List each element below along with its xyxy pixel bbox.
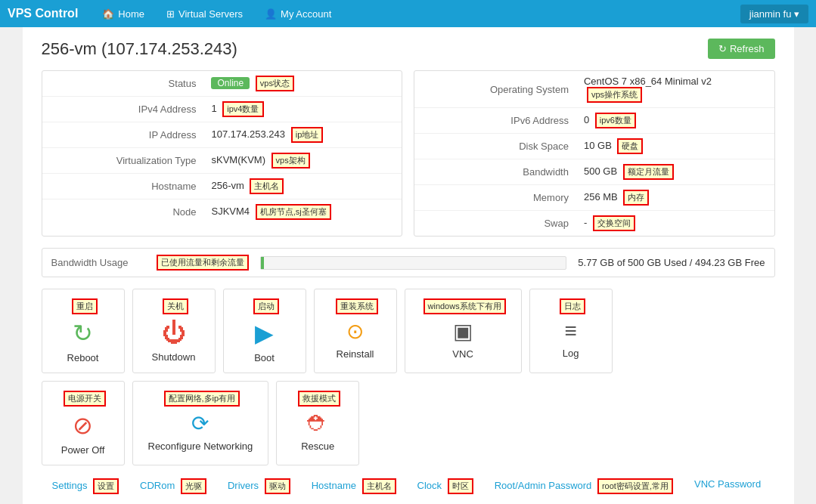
table-row: Node SJKVM4 机房节点,sj圣何塞 xyxy=(42,199,402,225)
boot-icon: ▶ xyxy=(255,319,274,348)
annotation-node: 机房节点,sj圣何塞 xyxy=(256,204,331,220)
annotation-log: 日志 xyxy=(560,298,585,314)
tab-drivers[interactable]: Drivers 驱动 xyxy=(217,473,301,501)
annotation-vnc: windows系统下有用 xyxy=(424,298,506,314)
rescue-label: Rescue xyxy=(301,441,334,452)
annotation-swap: 交换空间 xyxy=(593,215,635,231)
bandwidth-text: 5.77 GB of 500 GB Used / 494.23 GB Free xyxy=(578,257,765,268)
table-row: Virtualization Type sKVM(KVM) vps架构 xyxy=(42,148,402,174)
annotation-disk: 硬盘 xyxy=(617,138,643,154)
annotation-poweroff: 电源开关 xyxy=(64,391,106,407)
bandwidth-bar xyxy=(261,257,265,269)
reinstall-label: Reinstall xyxy=(337,348,374,360)
shutdown-button[interactable]: 关机 ⏻ Shutdown xyxy=(132,289,216,373)
nav-virtual-servers[interactable]: ⊞ Virtual Servers xyxy=(157,4,252,24)
reboot-button[interactable]: 重启 ↻ Reboot xyxy=(42,289,125,373)
annotation-tab-hostname: 主机名 xyxy=(362,478,396,494)
page-title: 256-vm (107.174.253.243) xyxy=(42,39,237,59)
log-button[interactable]: 日志 ≡ Log xyxy=(529,289,613,373)
boot-button[interactable]: 启动 ▶ Boot xyxy=(223,289,306,373)
annotation-boot: 启动 xyxy=(253,298,279,314)
table-row: Status Online vps状态 xyxy=(42,71,402,97)
tab-statistics[interactable]: Statistics xyxy=(136,499,197,504)
refresh-button[interactable]: ↻ Refresh xyxy=(708,39,774,59)
annotation-tab-root: root密码设置,常用 xyxy=(597,478,673,494)
user-menu[interactable]: jianmin fu ▾ xyxy=(740,5,808,23)
nav-home[interactable]: 🏠 Home xyxy=(93,4,154,24)
reconfig-net-icon: ⟳ xyxy=(191,411,209,436)
annotation-bandwidth-usage: 已使用流量和剩余流量 xyxy=(157,255,249,271)
reboot-label: Reboot xyxy=(67,352,99,363)
tab-clock[interactable]: Clock 时区 xyxy=(407,473,484,501)
info-panels: Status Online vps状态 IPv4 Address 1 ipv4数… xyxy=(42,70,775,237)
annotation-reinstall: 重装系统 xyxy=(336,298,378,314)
tabs-section: Settings 设置 CDRom 光驱 Drivers 驱动 Hostname… xyxy=(42,473,775,504)
bandwidth-section: Bandwidth Usage 已使用流量和剩余流量 5.77 GB of 50… xyxy=(42,248,775,277)
reinstall-icon: ⊙ xyxy=(346,319,364,344)
tabs-list: Settings 设置 CDRom 光驱 Drivers 驱动 Hostname… xyxy=(42,473,775,504)
table-row: Swap - 交换空间 xyxy=(414,211,774,237)
right-info-panel: Operating System CentOS 7 x86_64 Minimal… xyxy=(414,70,775,237)
log-icon: ≡ xyxy=(565,319,577,343)
table-row: Hostname 256-vm 主机名 xyxy=(42,174,402,199)
annotation-reconfig-net: 配置网络,多ip有用 xyxy=(164,391,240,407)
top-navigation: VPS Control 🏠 Home ⊞ Virtual Servers 👤 M… xyxy=(0,0,816,27)
reconfig-networking-button[interactable]: 配置网络,多ip有用 ⟳ Reconfigure Networking xyxy=(132,381,269,465)
annotation-tab-settings: 设置 xyxy=(93,478,119,494)
annotation-hostname: 主机名 xyxy=(250,178,284,194)
table-row: IP Address 107.174.253.243 ip地址 xyxy=(42,122,402,148)
boot-label: Boot xyxy=(254,352,275,363)
log-label: Log xyxy=(563,348,579,359)
tab-api[interactable]: API xyxy=(98,499,136,504)
reconfig-net-label: Reconfigure Networking xyxy=(148,441,253,452)
left-info-panel: Status Online vps状态 IPv4 Address 1 ipv4数… xyxy=(42,70,403,237)
tab-vnc-password[interactable]: VNC Password xyxy=(684,473,771,501)
table-row: IPv4 Address 1 ipv4数量 xyxy=(42,97,402,122)
annotation-tab-cdrom: 光驱 xyxy=(181,478,206,494)
poweroff-icon: ⊘ xyxy=(73,411,93,440)
shutdown-label: Shutdown xyxy=(152,351,196,363)
brand-logo: VPS Control xyxy=(8,7,78,20)
tab-settings[interactable]: Settings 设置 xyxy=(42,473,130,501)
annotation-bandwidth: 额定月流量 xyxy=(623,164,674,180)
tab-hostname[interactable]: Hostname 主机名 xyxy=(301,473,407,501)
status-badge: Online xyxy=(211,77,250,89)
table-row: IPv6 Address 0 ipv6数量 xyxy=(414,108,774,134)
annotation-status: vps状态 xyxy=(256,76,294,91)
annotation-ipv6: ipv6数量 xyxy=(595,113,636,128)
table-row: Bandwidth 500 GB 额定月流量 xyxy=(414,159,774,185)
table-row: Operating System CentOS 7 x86_64 Minimal… xyxy=(414,71,774,108)
annotation-virt: vps架构 xyxy=(271,153,310,169)
nav-my-account[interactable]: 👤 My Account xyxy=(256,4,340,24)
actions-row-1: 重启 ↻ Reboot 关机 ⏻ Shutdown 启动 ▶ Boot 重装系统… xyxy=(42,289,775,373)
annotation-rescue: 救援模式 xyxy=(298,391,340,407)
annotation-tab-clock: 时区 xyxy=(448,478,473,494)
actions-row-2: 电源开关 ⊘ Power Off 配置网络,多ip有用 ⟳ Reconfigur… xyxy=(42,381,775,465)
annotation-memory: 内存 xyxy=(623,190,649,206)
annotation-ip: ip地址 xyxy=(291,127,324,143)
page-header: 256-vm (107.174.253.243) ↻ Refresh xyxy=(42,39,775,59)
reinstall-button[interactable]: 重装系统 ⊙ Reinstall xyxy=(314,289,397,373)
vnc-button[interactable]: windows系统下有用 ▣ VNC xyxy=(405,289,522,373)
tab-root-password[interactable]: Root/Admin Password root密码设置,常用 xyxy=(484,473,684,501)
shutdown-icon: ⏻ xyxy=(162,319,186,347)
rescue-button[interactable]: 救援模式 ⛑ Rescue xyxy=(276,381,359,465)
table-row: Memory 256 MB 内存 xyxy=(414,185,774,211)
vnc-label: VNC xyxy=(452,348,473,360)
reboot-icon: ↻ xyxy=(73,319,93,348)
annotation-shutdown: 关机 xyxy=(163,298,188,314)
bandwidth-label: Bandwidth Usage xyxy=(51,257,142,268)
annotation-tab-drivers: 驱动 xyxy=(265,478,290,494)
bandwidth-bar-container xyxy=(260,256,567,270)
annotation-ipv4: ipv4数量 xyxy=(222,101,263,117)
vnc-icon: ▣ xyxy=(453,319,473,344)
annotation-reboot: 重启 xyxy=(72,298,98,314)
annotation-os: vps操作系统 xyxy=(587,87,642,103)
rescue-icon: ⛑ xyxy=(307,411,328,436)
tab-network[interactable]: Network xyxy=(42,499,99,504)
table-row: Disk Space 10 GB 硬盘 xyxy=(414,134,774,159)
poweroff-button[interactable]: 电源开关 ⊘ Power Off xyxy=(42,381,125,465)
nav-links: 🏠 Home ⊞ Virtual Servers 👤 My Account xyxy=(93,4,740,24)
poweroff-label: Power Off xyxy=(61,444,105,456)
tab-cdrom[interactable]: CDRom 光驱 xyxy=(129,473,217,501)
